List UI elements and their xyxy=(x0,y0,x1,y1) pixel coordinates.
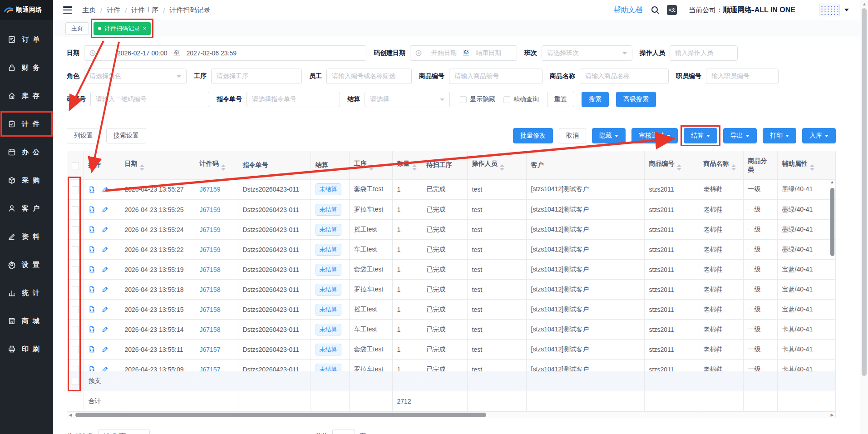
scroll-left-icon[interactable]: ◀ xyxy=(67,413,74,417)
sort-icon[interactable] xyxy=(221,164,226,171)
sidebar-item-mall[interactable]: 商城 xyxy=(0,307,53,335)
tab-piecework-scan-records[interactable]: 计件扫码记录 × xyxy=(94,22,151,35)
page-scroll-thumb[interactable] xyxy=(862,8,867,376)
page-button-5[interactable]: 5 xyxy=(242,429,257,434)
sort-icon[interactable] xyxy=(369,164,374,171)
process-input[interactable]: 请选择工序 xyxy=(211,69,302,84)
sidebar-item-settings[interactable]: 设置 xyxy=(0,251,53,279)
reset-button[interactable]: 重置 xyxy=(547,92,574,107)
edit-record-icon[interactable] xyxy=(102,306,108,313)
column-header-code[interactable]: 计件码 xyxy=(195,151,238,179)
view-record-icon[interactable] xyxy=(89,286,95,293)
menu-collapse-icon[interactable] xyxy=(63,6,72,14)
edit-record-icon[interactable] xyxy=(102,246,108,253)
piecework-code-link[interactable]: J67159 xyxy=(200,246,221,253)
page-button-1[interactable]: 1 xyxy=(173,429,188,434)
goto-page-input[interactable]: 1 xyxy=(332,429,355,434)
view-record-icon[interactable] xyxy=(89,246,95,253)
row-checkbox[interactable] xyxy=(72,266,79,273)
piecework-code-link[interactable]: J67158 xyxy=(200,306,221,313)
column-header-operator[interactable]: 操作人员 xyxy=(467,151,526,179)
translate-icon[interactable]: A文 xyxy=(667,5,677,15)
row-checkbox[interactable] xyxy=(72,206,79,213)
horizontal-scrollbar[interactable]: ◀ ▶ xyxy=(67,411,835,418)
column-header-process[interactable]: 工序 xyxy=(349,151,392,179)
code-date-range-input[interactable]: 开始日期 至 结束日期 xyxy=(410,45,517,61)
page-button-2[interactable]: 2 xyxy=(191,429,205,434)
sidebar-item-piecework[interactable]: 计件 xyxy=(0,110,53,138)
operator-input[interactable]: 输入操作人员 xyxy=(670,45,738,61)
user-menu-caret-icon[interactable] xyxy=(844,9,849,11)
sort-icon[interactable] xyxy=(412,164,417,171)
action-button-取消[interactable]: 取消 xyxy=(559,128,586,143)
page-button-7[interactable]: 7 xyxy=(277,429,291,434)
row-checkbox[interactable] xyxy=(72,306,79,313)
sidebar-item-customer[interactable]: 客户 xyxy=(0,194,53,222)
view-record-icon[interactable] xyxy=(89,366,95,371)
order-no-input[interactable]: 请选择指令单号 xyxy=(247,92,340,107)
product-name-input[interactable]: 请输入商品名称 xyxy=(580,69,669,84)
table-body-scroll-area[interactable]: 2026-04-23 13:55:27J67159Dstzs20260423-0… xyxy=(67,180,835,371)
sidebar-item-finance[interactable]: 财务 xyxy=(0,54,53,82)
row-checkbox[interactable] xyxy=(72,346,79,353)
page-button-3[interactable]: 3 xyxy=(208,429,222,434)
edit-record-icon[interactable] xyxy=(102,186,108,193)
user-avatar[interactable] xyxy=(819,4,840,16)
view-record-icon[interactable] xyxy=(89,206,95,213)
view-record-icon[interactable] xyxy=(89,226,95,233)
page-button-4[interactable]: 4 xyxy=(225,429,240,434)
advanced-search-button[interactable]: 高级搜索 xyxy=(616,92,656,107)
next-page-button[interactable]: › xyxy=(296,429,311,434)
edit-record-icon[interactable] xyxy=(102,286,108,293)
edit-record-icon[interactable] xyxy=(102,266,108,273)
product-code-input[interactable]: 请输入商品编号 xyxy=(449,69,542,84)
help-doc-link[interactable]: 帮助文档 xyxy=(613,5,642,15)
piecework-code-link[interactable]: J67157 xyxy=(200,366,221,371)
sidebar-item-inventory[interactable]: 库存 xyxy=(0,82,53,110)
action-button-审核通过[interactable]: 审核通过 xyxy=(631,128,678,143)
page-button-6[interactable]: 6 xyxy=(260,429,274,434)
employee-input[interactable]: 请输入编号或名称筛选 xyxy=(326,69,412,84)
date-range-input[interactable]: 2026-02-17 00:00 至 2027-02-06 23:59 xyxy=(84,45,366,61)
view-record-icon[interactable] xyxy=(89,186,95,193)
sort-icon[interactable] xyxy=(140,164,144,171)
show-hidden-checkbox[interactable]: 显示隐藏 xyxy=(460,95,495,104)
page-size-select[interactable]: 10 条/页 xyxy=(98,429,150,434)
checkbox-icon[interactable] xyxy=(460,96,467,103)
search-icon[interactable] xyxy=(651,5,660,15)
action-button-隐藏[interactable]: 隐藏 xyxy=(592,128,626,143)
shift-select[interactable]: 请选择班次 xyxy=(542,45,632,61)
view-record-icon[interactable] xyxy=(89,346,95,353)
horizontal-scroll-thumb[interactable] xyxy=(75,413,486,417)
column-header-attrs[interactable]: 辅助属性 xyxy=(777,151,835,179)
action-button-入库[interactable]: 入库 xyxy=(802,128,836,143)
action-button-导出[interactable]: 导出 xyxy=(723,128,757,143)
table-vertical-scrollbar[interactable]: ▲ ▼ xyxy=(829,180,835,434)
breadcrumb-item-2[interactable]: 计件工序 xyxy=(131,6,158,15)
view-record-icon[interactable] xyxy=(89,306,95,313)
sidebar-item-data[interactable]: 资料 xyxy=(0,222,53,251)
row-checkbox[interactable] xyxy=(72,186,79,193)
checkbox-icon[interactable] xyxy=(503,96,510,103)
row-checkbox[interactable] xyxy=(72,366,79,371)
vertical-scroll-thumb[interactable] xyxy=(830,188,834,256)
role-select[interactable]: 请选择角色 xyxy=(84,69,187,84)
settle-select[interactable]: 请选择 xyxy=(365,92,450,107)
piecework-code-link[interactable]: J67158 xyxy=(200,266,221,273)
action-button-打印[interactable]: 打印 xyxy=(763,128,796,143)
app-logo[interactable]: 顺通网络 xyxy=(0,0,53,20)
column-header-date[interactable]: 日期 xyxy=(120,151,195,179)
page-scrollbar[interactable]: ▲ xyxy=(860,0,868,434)
view-record-icon[interactable] xyxy=(89,326,95,333)
edit-record-icon[interactable] xyxy=(102,326,108,333)
sidebar-item-office[interactable]: 办公 xyxy=(0,138,53,166)
sidebar-item-order[interactable]: 订单 xyxy=(0,25,53,54)
row-checkbox[interactable] xyxy=(72,246,79,253)
exact-query-checkbox[interactable]: 精确查询 xyxy=(503,95,539,104)
column-header-qty[interactable]: 数量 xyxy=(392,151,422,179)
sidebar-item-print[interactable]: 印刷 xyxy=(0,335,53,363)
column-header-product_name[interactable]: 商品名称 xyxy=(699,151,743,179)
tab-close-icon[interactable]: × xyxy=(143,25,146,32)
piecework-code-link[interactable]: J67159 xyxy=(200,186,221,193)
code-serial-input[interactable]: 请输入二维码编号 xyxy=(90,92,209,107)
